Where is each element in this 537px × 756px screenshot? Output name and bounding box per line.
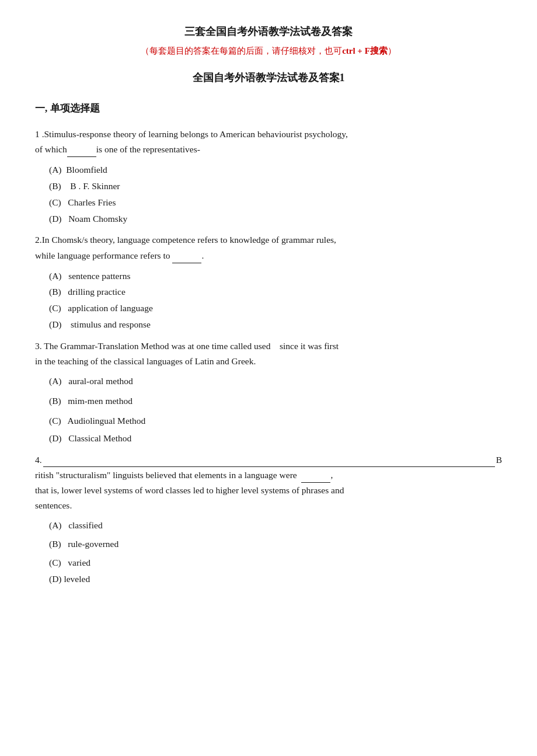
q1-blank [67, 141, 96, 157]
q1-option-a: (A) Bloomfield [47, 162, 502, 178]
section1-heading: 一, 单项选择题 [35, 100, 502, 116]
q4-letter-b: B [496, 452, 502, 468]
q3-text: 3. The Grammar-Translation Method was at… [35, 339, 502, 368]
q2-option-d: (D) stimulus and response [47, 316, 502, 333]
subtitle-bold: ctrl + F搜索 [342, 46, 388, 55]
main-title: 三套全国自考外语教学法试卷及答案 [35, 23, 502, 40]
q3-option-c: (C) Audiolingual Method [47, 413, 502, 429]
q2-blank [172, 248, 201, 263]
q4-option-d: (D) leveled [47, 571, 502, 587]
q4-line3: that is, lower level systems of word cla… [35, 485, 344, 495]
question-3: 3. The Grammar-Translation Method was at… [35, 339, 502, 447]
page-container: 三套全国自考外语教学法试卷及答案 （每套题目的答案在每篇的后面，请仔细核对，也可… [35, 23, 502, 587]
q4-blank [301, 467, 330, 483]
q2-option-b: (B) drilling practice [47, 284, 502, 300]
q4-line-fill [43, 466, 495, 467]
q4-option-b: (B) rule-governed [47, 536, 502, 552]
q2-option-c: (C) application of language [47, 300, 502, 316]
q3-option-d: (D) Classical Method [47, 430, 502, 447]
q2-line2: while language performance refers to . [35, 250, 204, 260]
q4-text: 4. B ritish "structuralism" linguists be… [35, 452, 502, 513]
q4-line2: ritish "structuralism" linguists believe… [35, 470, 333, 480]
q1-line1: 1 .Stimulus-response theory of learning … [35, 129, 348, 139]
q1-text: 1 .Stimulus-response theory of learning … [35, 127, 502, 157]
q4-number: 4. [35, 452, 42, 468]
q1-options: (A) Bloomfield (B) B . F. Skinner (C) Ch… [47, 162, 502, 227]
q4-first-line: 4. B [35, 452, 502, 468]
page-header: 三套全国自考外语教学法试卷及答案 （每套题目的答案在每篇的后面，请仔细核对，也可… [35, 23, 502, 58]
q2-line1: 2.In Chomsk/s theory, language competenc… [35, 235, 336, 245]
q3-option-a: (A) aural-oral method [47, 373, 502, 389]
question-4: 4. B ritish "structuralism" linguists be… [35, 452, 502, 587]
exam-title: 全国自考外语教学法试卷及答案1 [35, 69, 502, 86]
q1-option-c: (C) Charles Fries [47, 194, 502, 211]
q1-line2: of which is one of the representatives- [35, 144, 200, 154]
question-1: 1 .Stimulus-response theory of learning … [35, 127, 502, 227]
q4-option-a: (A) classified [47, 517, 502, 534]
q2-option-a: (A) sentence patterns [47, 268, 502, 284]
subtitle-prefix: （每套题目的答案在每篇的后面，请仔细核对，也可 [141, 46, 342, 55]
q2-options: (A) sentence patterns (B) drilling pract… [47, 268, 502, 333]
q4-line4: sentences. [35, 500, 72, 510]
subtitle-suffix: ） [388, 46, 396, 55]
q3-line2: in the teaching of the classical languag… [35, 356, 256, 366]
q1-option-d: (D) Noam Chomsky [47, 211, 502, 227]
q1-option-b: (B) B . F. Skinner [47, 178, 502, 194]
q3-options: (A) aural-oral method (B) mim-men method… [47, 373, 502, 447]
q3-line1: 3. The Grammar-Translation Method was at… [35, 341, 339, 351]
question-2: 2.In Chomsk/s theory, language competenc… [35, 232, 502, 333]
q3-option-b: (B) mim-men method [47, 393, 502, 409]
q2-text: 2.In Chomsk/s theory, language competenc… [35, 232, 502, 263]
subtitle: （每套题目的答案在每篇的后面，请仔细核对，也可ctrl + F搜索） [35, 44, 502, 58]
q4-options: (A) classified (B) rule-governed (C) var… [47, 517, 502, 587]
q4-option-c: (C) varied [47, 555, 502, 571]
